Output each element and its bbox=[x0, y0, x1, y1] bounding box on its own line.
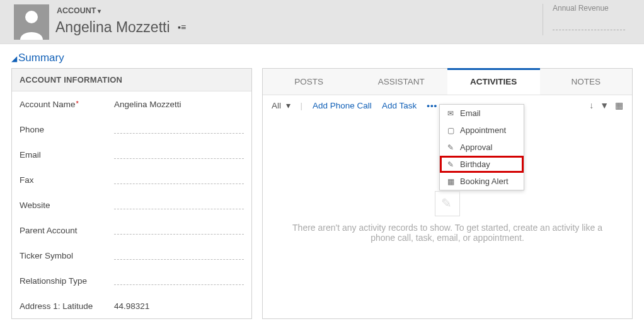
field-phone[interactable]: Phone bbox=[12, 117, 251, 142]
field-ticker[interactable]: Ticker Symbol bbox=[12, 243, 251, 268]
document-icon bbox=[435, 191, 460, 216]
record-header: ACCOUNT▾ Angelina Mozzetti ▪≡ Annual Rev… bbox=[0, 0, 644, 44]
tab-posts[interactable]: POSTS bbox=[263, 69, 355, 95]
label-ticker: Ticker Symbol bbox=[20, 251, 114, 260]
record-name: Angelina Mozzetti ▪≡ bbox=[55, 19, 186, 36]
label-phone: Phone bbox=[20, 125, 114, 134]
annual-revenue-field[interactable]: Annual Revenue bbox=[553, 4, 625, 30]
field-fax[interactable]: Fax bbox=[12, 167, 251, 192]
value-ticker[interactable] bbox=[114, 251, 244, 260]
separator: | bbox=[301, 101, 303, 110]
booking-icon: ▦ bbox=[446, 177, 455, 186]
svg-point-0 bbox=[25, 11, 38, 23]
tab-activities[interactable]: ACTIVITIES bbox=[447, 69, 540, 95]
account-information-header: ACCOUNT INFORMATION bbox=[12, 69, 251, 91]
more-activities-button[interactable]: ••• bbox=[427, 101, 437, 110]
field-email[interactable]: Email bbox=[12, 142, 251, 167]
activity-type-menu: ✉Email ▢Appointment ✎Approval ✎Birthday … bbox=[439, 104, 524, 190]
value-address1-latitude[interactable]: 44.98321 bbox=[114, 301, 244, 311]
activities-panel: POSTS ASSISTANT ACTIVITIES NOTES All ▾ |… bbox=[262, 68, 633, 319]
label-website: Website bbox=[20, 201, 114, 210]
value-website[interactable] bbox=[114, 201, 244, 209]
label-address1-latitude: Address 1: Latitude bbox=[20, 301, 114, 311]
menu-item-email[interactable]: ✉Email bbox=[440, 105, 524, 122]
label-account-name: Account Name* bbox=[20, 100, 114, 109]
field-parent-account[interactable]: Parent Account bbox=[12, 218, 251, 243]
caret-icon: ▾ bbox=[98, 8, 101, 15]
tab-notes[interactable]: NOTES bbox=[540, 69, 633, 95]
tab-assistant[interactable]: ASSISTANT bbox=[355, 69, 448, 95]
annual-revenue-value[interactable] bbox=[553, 18, 625, 30]
label-email: Email bbox=[20, 150, 114, 160]
appointment-icon: ▢ bbox=[446, 126, 455, 135]
annual-revenue-label: Annual Revenue bbox=[553, 4, 625, 13]
add-phone-call-link[interactable]: Add Phone Call bbox=[313, 101, 372, 110]
avatar bbox=[14, 4, 49, 40]
more-menu-icon[interactable]: ▪≡ bbox=[178, 22, 186, 32]
account-information-panel: ACCOUNT INFORMATION Account Name* Angeli… bbox=[11, 68, 252, 319]
value-relationship-type[interactable] bbox=[114, 276, 244, 285]
collapse-arrow-icon: ◢ bbox=[11, 54, 17, 63]
label-relationship-type: Relationship Type bbox=[20, 276, 114, 286]
empty-state-text: There aren't any activity records to sho… bbox=[282, 223, 613, 243]
birthday-icon: ✎ bbox=[446, 160, 455, 169]
entity-type-dropdown[interactable]: ACCOUNT▾ bbox=[57, 6, 101, 15]
field-address1-latitude[interactable]: Address 1: Latitude 44.98321 bbox=[12, 293, 251, 318]
add-task-link[interactable]: Add Task bbox=[382, 101, 417, 110]
value-fax[interactable] bbox=[114, 175, 244, 184]
grid-icon[interactable]: ▦ bbox=[615, 100, 623, 110]
value-phone[interactable] bbox=[114, 125, 244, 134]
value-account-name[interactable]: Angelina Mozzetti bbox=[114, 100, 244, 109]
menu-item-approval[interactable]: ✎Approval bbox=[440, 139, 524, 156]
approval-icon: ✎ bbox=[446, 143, 455, 152]
field-account-name[interactable]: Account Name* Angelina Mozzetti bbox=[12, 91, 251, 117]
value-parent-account[interactable] bbox=[114, 226, 244, 235]
filter-icon[interactable]: ▼ bbox=[600, 100, 609, 110]
field-relationship-type[interactable]: Relationship Type bbox=[12, 268, 251, 293]
summary-section-toggle[interactable]: ◢Summary bbox=[0, 44, 644, 68]
activity-tabs: POSTS ASSISTANT ACTIVITIES NOTES bbox=[263, 69, 632, 95]
sort-icon[interactable]: ↓ bbox=[589, 100, 594, 110]
value-email[interactable] bbox=[114, 150, 244, 159]
menu-item-booking-alert[interactable]: ▦Booking Alert bbox=[440, 173, 524, 190]
field-website[interactable]: Website bbox=[12, 192, 251, 218]
menu-item-birthday[interactable]: ✎Birthday bbox=[440, 156, 524, 173]
separator bbox=[543, 4, 543, 35]
label-parent-account: Parent Account bbox=[20, 226, 114, 235]
email-icon: ✉ bbox=[446, 109, 455, 118]
menu-item-appointment[interactable]: ▢Appointment bbox=[440, 122, 524, 139]
filter-all-dropdown[interactable]: All ▾ bbox=[272, 100, 290, 110]
label-fax: Fax bbox=[20, 175, 114, 185]
